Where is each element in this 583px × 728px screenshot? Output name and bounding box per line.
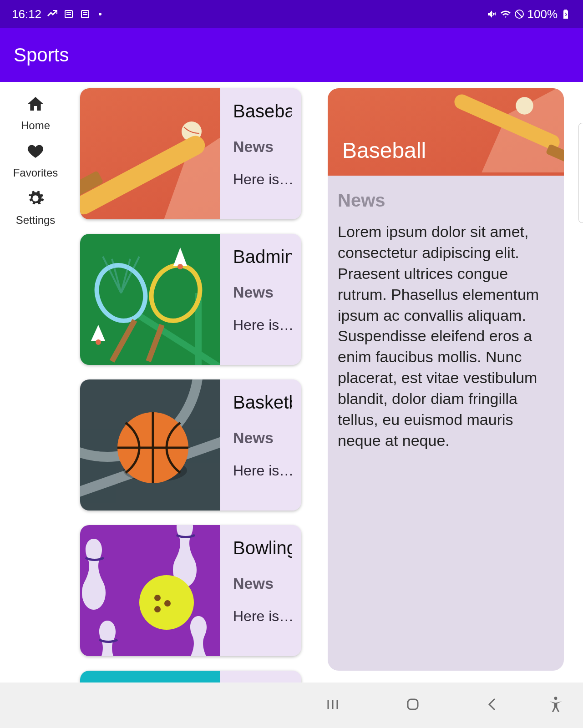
recent-apps-button[interactable] [324,696,341,714]
detail-header: Baseball [328,88,564,176]
back-button[interactable] [485,696,501,714]
card-body [220,671,301,682]
card-image-badminton [80,234,220,365]
svg-point-27 [154,595,161,601]
trend-icon [47,9,58,20]
detail-subtitle: News [328,176,564,211]
svg-rect-1 [66,12,71,13]
sidebar-item-label: Home [21,119,50,132]
svg-rect-2 [66,14,71,15]
gear-icon [26,189,45,209]
card-body: Basketball News Here is… [220,379,301,511]
detail-body: Lorem ipsum dolor sit amet, consectetur … [328,211,564,451]
app-title: Sports [14,44,69,66]
sidebar-item-favorites[interactable]: Favorites [0,136,71,183]
list-item[interactable]: Basketball News Here is… [80,379,301,511]
svg-point-21 [96,339,101,345]
card-title: Badminton [233,247,292,267]
card-subtitle: News [233,283,292,301]
card-subtitle: News [233,429,292,447]
heart-icon [26,142,45,162]
card-title: Basketball [233,392,292,413]
card-preview: Here is… [233,462,292,479]
svg-marker-18 [173,248,187,266]
card-subtitle: News [233,575,292,592]
card-subtitle: News [233,138,292,156]
sidebar-item-label: Favorites [13,167,58,179]
card-icon-2 [80,9,91,20]
nav-rail: Home Favorites Settings [0,82,71,682]
battery-icon [560,9,571,20]
card-image-baseball [80,88,220,219]
sidebar-item-home[interactable]: Home [0,88,71,136]
card-preview: Here is… [233,608,292,625]
list-item[interactable]: Badminton News Here is… [80,234,301,365]
card-title: Bowling [233,538,292,558]
sidebar-item-label: Settings [16,214,56,227]
dot-icon [99,13,101,15]
card-icon [63,9,74,20]
card-title: Baseball [233,101,292,121]
card-image-bowling [80,525,220,656]
svg-point-29 [154,606,161,612]
home-button[interactable] [405,696,421,714]
card-body: Bowling News Here is… [220,525,301,656]
svg-point-19 [177,264,183,269]
list-item[interactable]: Baseball News Here is… [80,88,301,219]
battery-text: 100% [527,7,558,21]
svg-rect-4 [83,12,87,13]
svg-line-15 [112,320,135,361]
svg-rect-5 [83,14,87,15]
status-bar: 16:12 100% [0,0,583,28]
svg-point-28 [164,600,171,607]
app-bar: Sports [0,28,583,82]
svg-line-7 [517,11,522,17]
list-item[interactable]: Bowling News Here is… [80,525,301,656]
mute-icon [487,9,497,20]
svg-line-17 [148,325,162,361]
system-nav-bar [0,682,583,728]
no-sim-icon [514,9,525,20]
card-preview: Here is… [233,171,292,188]
accessibility-icon[interactable] [547,695,565,715]
card-body: Baseball News Here is… [220,88,301,219]
content: Home Favorites Settings [0,82,583,682]
scrollbar[interactable] [578,123,583,223]
card-preview: Here is… [233,317,292,334]
svg-point-31 [516,97,533,114]
detail-title: Baseball [342,138,426,163]
sidebar-item-settings[interactable]: Settings [0,183,71,230]
detail-card: Baseball News Lorem ipsum dolor sit amet… [328,88,564,671]
svg-rect-37 [408,699,418,709]
home-icon [26,95,45,115]
svg-marker-20 [91,325,105,341]
status-time: 16:12 [12,7,41,21]
svg-point-38 [554,697,558,700]
status-left: 16:12 [12,7,101,21]
sports-list[interactable]: Baseball News Here is… [71,82,308,682]
detail-pane: Baseball News Lorem ipsum dolor sit amet… [308,82,583,682]
list-item[interactable] [80,671,301,682]
card-image-basketball [80,379,220,511]
status-right: 100% [487,7,572,21]
card-body: Badminton News Here is… [220,234,301,365]
wifi-icon [500,9,511,20]
card-image-next [80,671,220,682]
